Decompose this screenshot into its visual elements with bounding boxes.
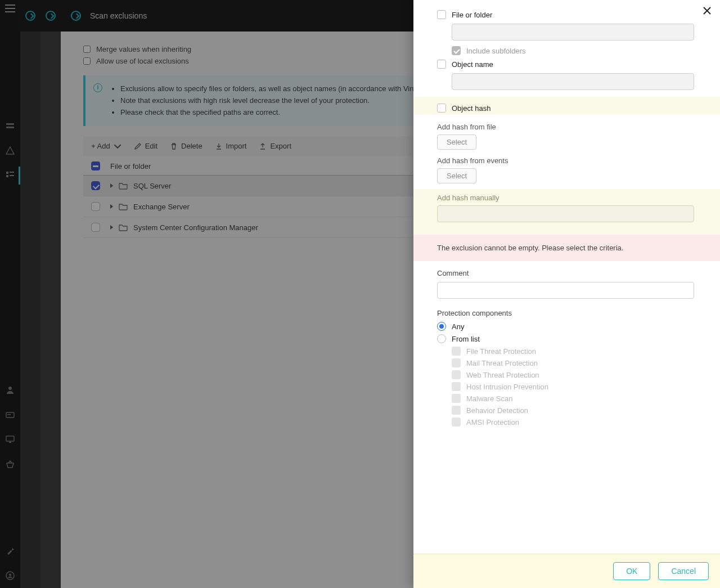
- rail-account-icon[interactable]: [4, 570, 16, 581]
- svg-rect-4: [10, 172, 14, 173]
- svg-rect-9: [6, 436, 14, 441]
- rail-basket-icon[interactable]: [4, 459, 16, 470]
- svg-rect-10: [9, 442, 11, 443]
- cancel-button[interactable]: Cancel: [658, 562, 709, 580]
- row-checkbox[interactable]: [91, 223, 100, 232]
- ok-button[interactable]: OK: [613, 562, 650, 580]
- chevron-right-icon: [46, 11, 56, 21]
- trash-icon: [170, 142, 178, 150]
- svg-rect-0: [6, 123, 14, 125]
- delete-button[interactable]: Delete: [170, 142, 202, 150]
- row-name: System Center Configuration Manager: [133, 223, 258, 232]
- svg-rect-3: [6, 175, 8, 177]
- breadcrumb-col-1: [20, 0, 40, 588]
- expand-icon[interactable]: [110, 204, 113, 209]
- error-text: The exclusion cannot be empty. Please se…: [437, 244, 623, 252]
- protection-any-radio[interactable]: [437, 322, 446, 331]
- rail-monitor-icon[interactable]: [4, 434, 16, 445]
- pencil-icon: [134, 142, 142, 150]
- rail-icon-1[interactable]: [4, 120, 16, 132]
- import-button[interactable]: Import: [215, 142, 247, 150]
- folder-icon: [119, 182, 128, 190]
- svg-rect-5: [10, 175, 14, 176]
- row-name: SQL Server: [133, 182, 171, 190]
- component-checkbox: [452, 347, 461, 356]
- component-checkbox: [452, 406, 461, 415]
- import-label: Import: [226, 142, 247, 150]
- breadcrumb-chev-1[interactable]: [20, 0, 40, 32]
- chevron-down-icon: [114, 142, 122, 150]
- comment-input[interactable]: [437, 282, 694, 299]
- svg-rect-1: [6, 127, 14, 128]
- include-subfolders-label: Include subfolders: [466, 47, 526, 55]
- component-checkbox: [452, 370, 461, 379]
- select-all-checkbox[interactable]: [91, 161, 100, 170]
- add-label: + Add: [91, 142, 110, 150]
- exclusion-edit-panel: File or folder Include subfolders Object…: [413, 0, 720, 588]
- add-hash-events-label: Add hash from events: [437, 156, 694, 165]
- rail-icon-2[interactable]: [4, 145, 16, 156]
- breadcrumb-col-2: [40, 0, 61, 588]
- object-hash-label: Object hash: [452, 104, 490, 113]
- protection-components-label: Protection components: [437, 309, 694, 317]
- protection-fromlist-radio[interactable]: [437, 334, 446, 343]
- protection-any-label: Any: [452, 322, 464, 331]
- info-icon: i: [93, 83, 102, 92]
- protection-fromlist-label: From list: [452, 335, 480, 343]
- comment-label: Comment: [437, 269, 694, 277]
- svg-point-12: [9, 574, 11, 576]
- menu-icon[interactable]: [5, 5, 15, 12]
- component-label: Mail Threat Protection: [466, 359, 538, 367]
- row-name: Exchange Server: [133, 203, 190, 211]
- file-or-folder-label: File or folder: [452, 11, 492, 19]
- close-button[interactable]: [702, 6, 713, 17]
- chevron-right-icon: [25, 11, 35, 21]
- object-hash-section: Object hash Add hash from file Select Ad…: [413, 97, 720, 235]
- component-checkbox: [452, 358, 461, 367]
- edit-button[interactable]: Edit: [134, 142, 158, 150]
- object-name-label: Object name: [452, 60, 493, 69]
- component-label: Behavior Detection: [466, 406, 528, 415]
- add-button[interactable]: + Add: [91, 142, 122, 150]
- panel-footer: OK Cancel: [413, 554, 720, 588]
- rail-card-icon[interactable]: [4, 409, 16, 420]
- edit-label: Edit: [145, 142, 158, 150]
- component-checkbox: [452, 394, 461, 403]
- expand-icon[interactable]: [110, 225, 113, 230]
- merge-values-checkbox[interactable]: [83, 46, 91, 53]
- left-icon-rail: [0, 0, 20, 588]
- object-name-checkbox[interactable]: [437, 60, 446, 69]
- row-checkbox[interactable]: [91, 202, 100, 211]
- export-label: Export: [270, 142, 291, 150]
- object-name-input[interactable]: [452, 73, 694, 90]
- component-label: AMSI Protection: [466, 418, 519, 427]
- delete-label: Delete: [181, 142, 202, 150]
- row-checkbox[interactable]: [91, 181, 100, 190]
- merge-values-label: Merge values when inheriting: [96, 45, 191, 53]
- file-or-folder-checkbox[interactable]: [437, 10, 446, 19]
- rail-icon-3[interactable]: [4, 170, 16, 181]
- object-hash-checkbox[interactable]: [437, 104, 446, 113]
- component-label: Web Threat Protection: [466, 371, 539, 379]
- export-icon: [259, 142, 267, 150]
- export-button[interactable]: Export: [259, 142, 291, 150]
- select-hash-events-button[interactable]: Select: [437, 168, 476, 183]
- expand-icon[interactable]: [110, 183, 113, 188]
- rail-users-icon[interactable]: [4, 384, 16, 396]
- rail-wrench-icon[interactable]: [4, 545, 16, 556]
- allow-local-label: Allow use of local exclusions: [96, 57, 189, 65]
- component-label: File Threat Protection: [466, 347, 536, 356]
- add-hash-file-label: Add hash from file: [437, 123, 694, 131]
- allow-local-checkbox[interactable]: [83, 57, 91, 65]
- page-title: Scan exclusions: [90, 11, 147, 20]
- file-or-folder-input[interactable]: [452, 24, 694, 41]
- hash-manual-input[interactable]: [437, 205, 694, 222]
- component-checkbox: [452, 418, 461, 427]
- breadcrumb-chev-2[interactable]: [40, 0, 61, 32]
- folder-icon: [119, 203, 128, 210]
- svg-point-6: [8, 387, 12, 390]
- chevron-right-icon[interactable]: [71, 11, 81, 21]
- folder-icon: [119, 223, 128, 231]
- include-subfolders-checkbox: [452, 46, 461, 55]
- select-hash-file-button[interactable]: Select: [437, 134, 476, 150]
